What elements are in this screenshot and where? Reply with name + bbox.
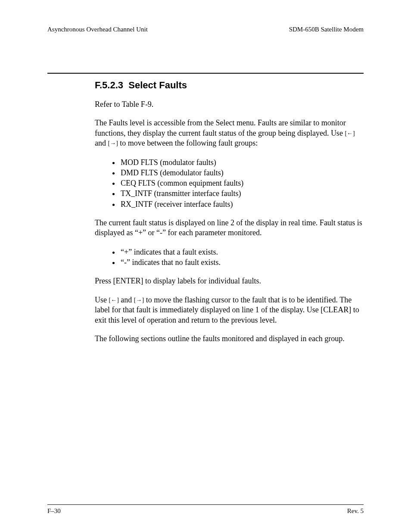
p2-part-b: and — [95, 139, 108, 147]
page-header: Asynchronous Overhead Channel Unit SDM-6… — [47, 26, 364, 33]
p2-part-c: to move between the following fault grou… — [118, 139, 258, 147]
section-number: F.5.2.3 — [95, 80, 123, 90]
paragraph-outline: The following sections outline the fault… — [95, 334, 364, 344]
right-arrow-icon: [→] — [134, 297, 144, 303]
revision: Rev. 5 — [347, 507, 364, 515]
paragraph-intro: The Faults level is accessible from the … — [95, 118, 364, 148]
p5-part-b: and — [119, 296, 134, 304]
list-item: TX_INTF (transmitter interface faults) — [120, 188, 364, 199]
fault-groups-list: MOD FLTS (modulator faults) DMD FLTS (de… — [95, 157, 364, 209]
footer-rule — [47, 504, 364, 505]
list-item: DMD FLTS (demodulator faults) — [120, 168, 364, 178]
page-footer: F–30 Rev. 5 — [47, 504, 364, 515]
status-symbols-list: “+” indicates that a fault exists. “-” i… — [95, 247, 364, 268]
paragraph-refer: Refer to Table F-9. — [95, 100, 364, 109]
paragraph-status: The current fault status is displayed on… — [95, 218, 364, 238]
list-item: “-” indicates that no fault exists. — [120, 257, 364, 268]
list-item: CEQ FLTS (common equipment faults) — [120, 178, 364, 188]
right-arrow-icon: [→] — [108, 140, 118, 146]
p2-part-a: The Faults level is accessible from the … — [95, 118, 346, 137]
section-rule — [47, 73, 364, 74]
header-right: SDM-650B Satellite Modem — [289, 26, 364, 33]
paragraph-enter: Press [ENTER] to display labels for indi… — [95, 276, 364, 286]
left-arrow-icon: [←] — [109, 297, 119, 303]
page-number: F–30 — [47, 507, 61, 515]
header-left: Asynchronous Overhead Channel Unit — [47, 26, 148, 33]
paragraph-cursor: Use [←] and [→] to move the flashing cur… — [95, 295, 364, 325]
list-item: RX_INTF (receiver interface faults) — [120, 199, 364, 209]
list-item: “+” indicates that a fault exists. — [120, 247, 364, 257]
section-heading: F.5.2.3 Select Faults — [95, 80, 364, 91]
left-arrow-icon: [←] — [345, 130, 355, 137]
section-title: Select Faults — [128, 80, 187, 90]
list-item: MOD FLTS (modulator faults) — [120, 157, 364, 168]
section-body: F.5.2.3 Select Faults Refer to Table F-9… — [47, 80, 364, 344]
p5-part-a: Use — [95, 296, 109, 304]
